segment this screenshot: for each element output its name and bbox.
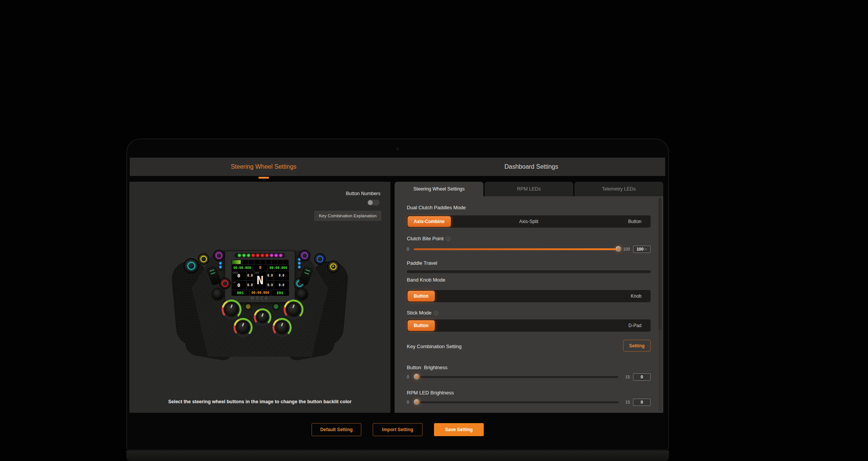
value-text: 0 <box>641 400 643 404</box>
slider-thumb[interactable] <box>414 399 420 405</box>
tab-telemetry-leds[interactable]: Telemetry LEDs <box>574 182 663 196</box>
option-dpad[interactable]: D-Pad <box>628 319 641 332</box>
rpm-led-green <box>238 254 241 257</box>
clutch-bite-point-label: Clutch Bite Point <box>407 236 450 241</box>
key-combination-explanation-button[interactable]: Key Combination Explanation <box>314 211 381 221</box>
option-stick-button[interactable]: Button <box>408 320 435 331</box>
center-time: 00:00.000 <box>249 290 271 296</box>
clutch-bite-point-value[interactable]: 100 % <box>633 246 651 253</box>
rpm-led-magenta <box>279 254 282 257</box>
wheel-display-module: 00:00.000 0 00:00.000 SPEED0 LAP0 0.0 0.… <box>225 251 295 303</box>
tab-label: Dashboard Settings <box>504 162 558 172</box>
rev-gauge <box>232 260 289 265</box>
slider-thumb[interactable] <box>615 246 622 252</box>
tab-label: Steering Wheel Settings <box>231 162 297 172</box>
wheel-button-blue-right[interactable] <box>314 253 326 265</box>
slider-min: 0 <box>407 247 411 251</box>
tab-steering-wheel-settings[interactable]: Steering Wheel Settings <box>130 158 398 176</box>
import-setting-button[interactable]: Import Setting <box>373 423 423 436</box>
info-icon[interactable] <box>446 236 450 241</box>
settings-tabs: Steering Wheel Settings RPM LEDs Telemet… <box>395 182 663 196</box>
option-button[interactable]: Button <box>628 215 641 228</box>
telemetry-screen: 00:00.000 0 00:00.000 SPEED0 LAP0 0.0 0.… <box>231 259 289 296</box>
button-brightness-label: Button Brightness <box>407 365 447 370</box>
rotary-knob-4[interactable] <box>233 318 253 337</box>
right-thumb-rotary[interactable] <box>295 288 308 301</box>
wheel-button-r[interactable]: R <box>245 303 252 310</box>
default-setting-button[interactable]: Default Setting <box>312 423 361 436</box>
option-knob[interactable]: Knob <box>631 290 641 302</box>
paddle-travel-bar[interactable] <box>407 270 651 273</box>
option-band-button[interactable]: Button <box>408 291 435 301</box>
rotary-knob-3[interactable] <box>254 308 271 326</box>
speed-label: SPEED <box>232 272 238 274</box>
rotary-knob-2[interactable] <box>284 300 303 319</box>
info-icon[interactable] <box>434 311 438 315</box>
settings-scrollbar[interactable] <box>659 198 662 411</box>
button-brightness-value[interactable]: 0 <box>633 373 651 381</box>
rotary-knob-5[interactable] <box>272 318 292 337</box>
wheel-button-purple-right[interactable] <box>299 250 310 261</box>
button-numbers-label: Button Numbers <box>346 191 380 196</box>
rpm-led-brightness-label: RPM LED Brightness <box>407 390 454 396</box>
lap-time-right: 00:00.000 <box>268 265 289 271</box>
rpm-led-strip <box>235 253 285 258</box>
stick-mode-label: Stick Mode <box>407 310 438 316</box>
slider-min: 0 <box>407 400 411 404</box>
counter-value: 0 <box>253 265 268 271</box>
rpm-led-brightness-slider-row: 0 15 0 <box>407 398 651 406</box>
scrollbar-thumb[interactable] <box>659 198 662 330</box>
value-unit: % <box>644 248 647 251</box>
button-brightness-slider[interactable] <box>414 376 618 378</box>
gear-label: GEAR <box>255 272 259 274</box>
tab-dashboard-settings[interactable]: Dashboard Settings <box>398 158 666 176</box>
telemetry-decimal: 0.0 <box>268 283 273 287</box>
clutch-bite-point-slider-row: 0 100 100 % <box>407 245 651 253</box>
wheel-button-cyan-left[interactable] <box>184 258 199 274</box>
wheel-button-n[interactable]: N <box>272 303 280 310</box>
value-text: 0 <box>641 375 643 379</box>
option-axis-split[interactable]: Axis-Split <box>407 215 651 228</box>
rpm-led-magenta <box>275 254 277 257</box>
rpm-led-red <box>256 254 259 257</box>
laptop-base <box>126 451 669 461</box>
moza-logo: MOZA <box>225 296 295 300</box>
settings-panel: Steering Wheel Settings RPM LEDs Telemet… <box>395 182 663 413</box>
rotary-knob-1[interactable] <box>222 300 241 319</box>
tab-rpm-leds[interactable]: RPM LEDs <box>485 182 573 196</box>
rpm-led-brightness-value[interactable]: 0 <box>633 399 651 406</box>
wheel-preview-panel: Button Numbers Key Combination Explanati… <box>129 182 390 413</box>
lap-time-left: 00:00.000 <box>232 265 253 271</box>
slider-fill <box>414 248 618 250</box>
wheel-button-p[interactable]: P <box>327 261 339 273</box>
wheel-button-yellow-left[interactable] <box>198 253 209 265</box>
slider-thumb[interactable] <box>414 374 420 380</box>
settings-content: Dual Clutch Paddles Mode Axis-Combine Ax… <box>395 196 663 413</box>
left-thumb-rotary[interactable] <box>211 288 224 301</box>
rpm-led-red <box>261 254 264 257</box>
key-combination-setting-button[interactable]: Setting <box>623 340 651 352</box>
slider-max: 15 <box>622 400 630 404</box>
wheel-button-red-left[interactable] <box>219 278 231 289</box>
button-numbers-toggle[interactable] <box>367 200 380 205</box>
tab-steering-wheel-settings-inner[interactable]: Steering Wheel Settings <box>395 182 483 196</box>
telemetry-decimal: 0.0 <box>279 283 284 287</box>
clutch-bite-point-slider[interactable] <box>414 248 618 250</box>
key-combination-setting-label: Key Combination Setting <box>407 344 462 349</box>
paddle-travel-label: Paddle Travel <box>407 260 437 266</box>
stick-mode-text: Stick Mode <box>407 310 431 316</box>
telemetry-decimal: 0.0 <box>247 274 253 277</box>
dual-clutch-segmented-control: Axis-Combine Axis-Split Button <box>407 215 651 228</box>
wheel-caption: Select the steering wheel buttons in the… <box>129 399 390 404</box>
rpm-led-red <box>252 254 255 257</box>
slider-max: 100 <box>622 247 630 251</box>
save-setting-button[interactable]: Save Setting <box>434 423 484 436</box>
header-bar: Steering Wheel Settings Dashboard Settin… <box>130 158 665 176</box>
dual-clutch-label: Dual Clutch Paddles Mode <box>407 205 466 210</box>
rpm-led-brightness-slider[interactable] <box>414 401 618 403</box>
steering-wheel-image[interactable]: 00:00.000 0 00:00.000 SPEED0 LAP0 0.0 0.… <box>176 246 344 362</box>
wheel-button-magenta-left[interactable] <box>213 250 225 261</box>
lap-label: LAP <box>232 281 236 283</box>
rpm-led-green <box>243 254 245 257</box>
telemetry-decimal: 0.0 <box>268 274 273 277</box>
